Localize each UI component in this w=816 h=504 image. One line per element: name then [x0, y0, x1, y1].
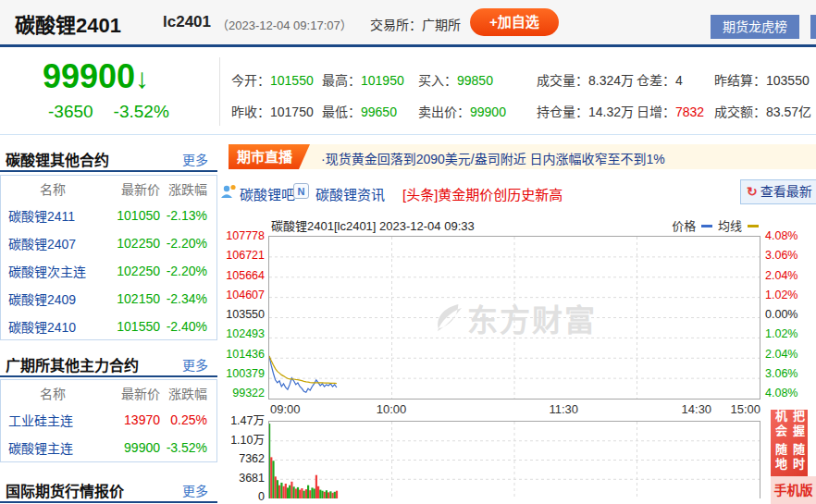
section-title: 碳酸锂其他合约	[6, 148, 109, 170]
divider	[0, 134, 816, 135]
headline-link[interactable]: [头条]黄金期价创历史新高	[402, 184, 563, 203]
table-row[interactable]: 碳酸锂次主连 102250 -2.20%	[1, 257, 216, 285]
price-change: -3650-3.52%	[48, 102, 190, 122]
ad-slogan[interactable]: 把握机会 随时随地	[771, 410, 808, 476]
page-title: 碳酸锂2401	[15, 8, 121, 38]
other-contracts-table: 名称 最新价 涨跌幅 碳酸锂2411 101050 -2.13% 碳酸锂2407…	[0, 175, 217, 340]
change-value: -3650	[48, 102, 93, 121]
table-row[interactable]: 工业硅主连 13970 0.25%	[1, 406, 216, 434]
view-latest-button[interactable]: ↻查看最新	[740, 179, 816, 204]
table-row[interactable]: 碳酸锂主连 99900 -3.52%	[1, 434, 216, 461]
chart-title: 碳酸锂2401[lc2401] 2023-12-04 09:33	[271, 216, 475, 234]
stat-position-diff: 仓差：4	[637, 70, 683, 89]
quote-header: 碳酸锂2401 lc2401 （2023-12-04 09:17:07） 交易所…	[0, 0, 816, 47]
stat-turnover: 成交额：83.57亿	[714, 102, 811, 120]
forum-user-icon	[220, 183, 237, 199]
main-contracts-table: 名称 最新价 涨跌幅 工业硅主连 13970 0.25% 碳酸锂主连 99900…	[0, 379, 217, 462]
section-title: 广期所其他主力合约	[6, 353, 139, 375]
sidebar-section-main-contracts: 广期所其他主力合约 更多	[0, 350, 217, 377]
tab-forum[interactable]: 碳酸锂吧	[240, 184, 295, 203]
divider	[219, 57, 220, 126]
table-row[interactable]: 碳酸锂2410 101550 -2.40%	[1, 313, 216, 340]
stat-bid: 买入：99850	[418, 70, 493, 89]
mobile-app-ad[interactable]: 把握机会 随时随地 手机版	[771, 410, 816, 504]
table-row[interactable]: 碳酸锂2411 101050 -2.13%	[1, 202, 216, 229]
tab-news[interactable]: 碳酸锂资讯	[315, 184, 385, 203]
ad-mobile-version[interactable]: 手机版	[771, 476, 816, 504]
live-ticker-bar: 期市直播 ·现货黄金回落到2090美元/盎司附近 日内涨幅收窄至不到1%	[229, 144, 816, 169]
legend-ma-label: 均线	[718, 219, 742, 233]
stat-open: 今开：101550	[231, 70, 314, 89]
more-link[interactable]: 更多	[182, 150, 208, 168]
table-header: 名称 最新价 涨跌幅	[1, 380, 216, 406]
sidebar-section-intl-futures: 国际期货行情报价 更多	[0, 475, 217, 503]
live-badge[interactable]: 期市直播	[229, 144, 310, 169]
stat-ask: 卖出价：99900	[418, 102, 506, 120]
price-chart: 东方财富	[268, 236, 760, 400]
futures-quote-page: 碳酸锂2401 lc2401 （2023-12-04 09:17:07） 交易所…	[0, 0, 816, 504]
refresh-icon: ↻	[747, 184, 758, 199]
longhu-ranking-button[interactable]: 期货龙虎榜	[711, 15, 799, 39]
contract-code: lc2401	[163, 13, 211, 31]
down-arrow-icon: ↓	[135, 63, 149, 93]
more-link[interactable]: 更多	[182, 481, 208, 499]
price-line-svg	[269, 237, 760, 399]
price-line-swatch	[701, 225, 712, 227]
stat-low: 最低：99650	[322, 102, 397, 120]
legend-price-label: 价格	[672, 219, 696, 233]
ticker-headline[interactable]: ·现货黄金回落到2090美元/盎司附近 日内涨幅收窄至不到1%	[321, 149, 665, 167]
change-percent: -3.52%	[114, 102, 169, 121]
volume-axis: 1.47万1.10万736236810	[218, 414, 265, 503]
stat-prev-settle: 昨结算：103550	[714, 70, 810, 89]
table-row[interactable]: 碳酸锂2407 102250 -2.20%	[1, 229, 216, 257]
right-percent-axis: 4.08%3.06%2.04%1.02%0.00%1.02%2.04%3.06%…	[765, 229, 815, 400]
cut-off-button[interactable]	[810, 15, 816, 39]
stat-volume: 成交量：8.324万	[537, 70, 634, 89]
ma-line-swatch	[748, 225, 759, 227]
time-axis: 09:00 10:00 11:30 14:30 15:00	[268, 402, 760, 415]
last-price-value: 99900	[43, 57, 135, 95]
table-header: 名称 最新价 涨跌幅	[1, 176, 216, 202]
stat-daily-increase: 日增：7832	[637, 102, 704, 120]
chart-legend: 价格 均线	[564, 216, 760, 234]
stat-high: 最高：101950	[322, 70, 404, 89]
exchange-label: 交易所：广期所	[370, 15, 461, 33]
volume-chart	[268, 421, 760, 498]
stat-prev-close: 昨收：101750	[231, 102, 314, 120]
left-price-axis: 1077781067211056641046071035501024931014…	[216, 229, 265, 400]
last-price: 99900↓	[43, 57, 149, 96]
add-watchlist-button[interactable]: +加自选	[470, 8, 559, 36]
section-title: 国际期货行情报价	[6, 479, 124, 501]
news-icon: N	[293, 183, 309, 199]
sidebar-section-other-contracts: 碳酸锂其他合约 更多	[0, 144, 217, 172]
more-link[interactable]: 更多	[182, 355, 208, 374]
quote-timestamp: （2023-12-04 09:17:07）	[216, 16, 352, 33]
table-row[interactable]: 碳酸锂2409 102150 -2.34%	[1, 285, 216, 313]
stat-open-interest: 持仓量：14.32万	[537, 102, 634, 120]
volume-bars-svg	[269, 422, 760, 498]
